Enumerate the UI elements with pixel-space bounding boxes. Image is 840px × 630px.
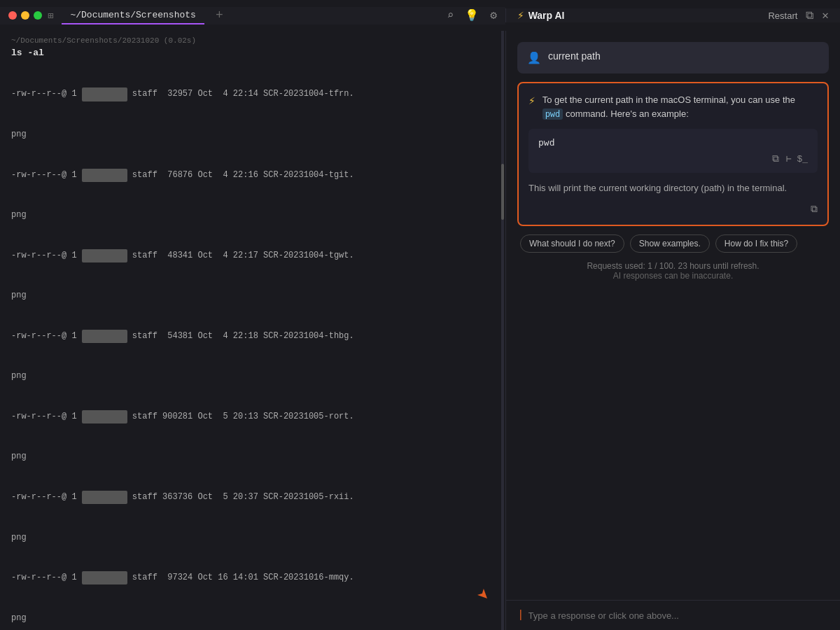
suggestion-next-button[interactable]: What should I do next? [520,234,624,253]
file-row: -rw-r--r--@ 1 ▓▓▓▓ staff 900281 Oct 5 20… [11,410,473,424]
response-intro-text: To get the current path in the macOS ter… [542,93,818,120]
response-footer: This will print the current working dire… [528,181,818,195]
terminal-panel: ~/Documents/Screenshots/20231020 (0.02s)… [0,31,484,630]
disclaimer-text: AI responses can be inaccurate. [517,271,829,281]
file-row: -rw-r--r--@ 1 ▓▓▓▓ staff 97324 Oct 16 14… [11,571,473,584]
code-content: pwd [538,137,808,148]
search-icon[interactable]: ⌕ [447,8,454,22]
warp-lightning-icon: ⚡ [517,8,524,22]
suggestion-fix-button[interactable]: How do I fix this? [715,234,797,253]
warp-ai-titlebar: ⚡ Warp AI Restart ⧉ ✕ [505,8,840,22]
code-keyword: pwd [542,108,564,120]
query-card: 👤 current path [517,42,829,74]
scroll-divider: ➤ [484,31,505,630]
copy-response-button[interactable]: ⧉ [528,204,818,215]
file-row: -rw-r--r--@ 1 ▓▓▓▓ staff 54381 Oct 4 22:… [11,330,473,343]
file-row: png [11,370,473,383]
code-block-actions: ⧉ ⊢ $_ [538,153,808,164]
suggestion-examples-button[interactable]: Show examples. [630,234,710,253]
file-row: -rw-r--r--@ 1 ▓▓▓▓ staff 48341 Oct 4 22:… [11,249,473,262]
ai-panel: 👤 current path ⚡ To get the current path… [505,31,840,630]
title-bar-terminal: ⊞ ~/Documents/Screenshots + ⌕ 💡 ⚙ [0,7,505,24]
fullscreen-traffic-light[interactable] [34,11,42,20]
cmd-output-1: -rw-r--r--@ 1 ▓▓▓▓ staff 32957 Oct 4 22:… [11,61,473,630]
bulb-icon[interactable]: 💡 [465,8,479,22]
file-row: png [11,612,473,625]
file-row: png [11,450,473,463]
ai-content: 👤 current path ⚡ To get the current path… [506,31,840,600]
query-text: current path [548,50,601,62]
titlebar-actions: ⌕ 💡 ⚙ [447,8,497,22]
user-icon: 👤 [527,51,541,65]
file-row: -rw-r--r--@ 1 ▓▓▓▓ staff 76876 Oct 4 22:… [11,169,473,182]
response-header: ⚡ To get the current path in the macOS t… [528,93,818,120]
ai-response-icon: ⚡ [528,94,536,108]
copy-code-button[interactable]: ⧉ [772,153,779,164]
copy-window-icon[interactable]: ⧉ [806,9,813,22]
file-row: -rw-r--r--@ 1 ▓▓▓▓ staff 32957 Oct 4 22:… [11,88,473,101]
warp-ai-title: Warp AI [528,10,565,21]
tab-label[interactable]: ~/Documents/Screenshots [62,7,204,24]
warp-ai-actions: Restart ⧉ ✕ [768,8,829,22]
code-block: pwd ⧉ ⊢ $_ [528,129,818,173]
ai-input-area: | [506,600,840,630]
requests-used-text: Requests used: 1 / 100. 23 hours until r… [517,261,829,271]
close-ai-icon[interactable]: ✕ [822,8,829,22]
file-row: png [11,128,473,141]
terminal-scroll[interactable]: ~/Documents/Screenshots/20231020 (0.02s)… [0,31,484,630]
settings-icon[interactable]: ⚙ [490,8,497,22]
run-in-terminal-button[interactable]: ⊢ $_ [786,153,808,164]
command-block-ls-al: ~/Documents/Screenshots/20231020 (0.02s)… [0,31,484,630]
response-card: ⚡ To get the current path in the macOS t… [517,82,829,226]
file-row: png [11,209,473,222]
close-traffic-light[interactable] [8,11,17,20]
restart-button[interactable]: Restart [768,10,797,21]
warp-title-group: ⚡ Warp AI [517,8,762,22]
traffic-lights [8,11,42,20]
cmd-text-1: ls -al [11,48,473,58]
usage-info: Requests used: 1 / 100. 23 hours until r… [517,261,829,281]
cursor-icon: | [517,609,524,622]
tab-add-button[interactable]: + [210,8,229,22]
ai-chat-input[interactable] [528,610,829,621]
suggestions-row: What should I do next? Show examples. Ho… [517,234,829,253]
minimize-traffic-light[interactable] [21,11,29,20]
file-row: -rw-r--r--@ 1 ▓▓▓▓ staff 363736 Oct 5 20… [11,491,473,504]
cmd-block-header-1: ~/Documents/Screenshots/20231020 (0.02s) [11,36,473,45]
file-row: png [11,289,473,302]
tab-icon: ⊞ [48,10,53,22]
file-row: png [11,531,473,545]
